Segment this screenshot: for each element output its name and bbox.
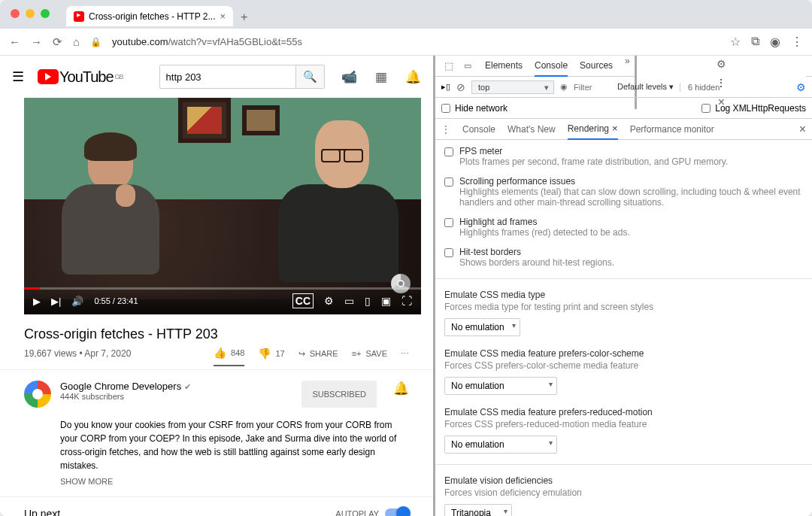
youtube-logo[interactable]: YouTubeGB: [38, 68, 123, 86]
autoplay-toggle[interactable]: [385, 508, 409, 516]
clear-console-icon[interactable]: ⊘: [456, 81, 465, 93]
search-button[interactable]: 🔍: [295, 65, 324, 88]
create-icon[interactable]: 📹: [341, 69, 357, 85]
ad-frames-checkbox[interactable]: [444, 218, 453, 227]
next-icon[interactable]: ▶|: [51, 296, 61, 307]
notifications-icon[interactable]: 🔔: [405, 69, 421, 85]
devtools-settings-icon[interactable]: ⚙: [717, 58, 726, 70]
filter-input[interactable]: [574, 83, 611, 92]
show-more-button[interactable]: SHOW MORE: [0, 472, 433, 497]
video-description: Do you know your cookies from your CSRF …: [0, 418, 433, 472]
url-field[interactable]: youtube.com/watch?v=vfAHa5GBLio&t=55s: [112, 36, 720, 47]
subscriber-count: 444K subscribers: [60, 392, 292, 401]
close-icon[interactable]: ×: [612, 123, 618, 134]
youtube-header: ☰ YouTubeGB 🔍 📹 ▦ 🔔: [0, 56, 433, 98]
devtools-panel: ⬚ ▭ Elements Console Sources » 1 7 ⚙ ⋮ ×…: [433, 56, 812, 516]
tab-title: Cross-origin fetches - HTTP 2...: [89, 11, 216, 22]
scrolling-checkbox[interactable]: [444, 178, 453, 187]
inspect-icon[interactable]: ⬚: [441, 60, 456, 71]
vision-deficiency-select[interactable]: Tritanopia: [444, 504, 512, 516]
more-tabs-icon[interactable]: »: [625, 56, 630, 77]
new-tab-button[interactable]: +: [233, 6, 255, 29]
close-tab-icon[interactable]: ×: [220, 11, 226, 22]
star-icon[interactable]: ☆: [730, 35, 741, 49]
url-bar: ← → ⟳ ⌂ 🔒 youtube.com/watch?v=vfAHa5GBLi…: [0, 29, 812, 56]
reload-button[interactable]: ⟳: [53, 35, 62, 49]
device-toggle-icon[interactable]: ▭: [461, 61, 474, 71]
like-button[interactable]: 👍848: [214, 347, 244, 366]
settings-icon[interactable]: ⚙: [324, 295, 334, 307]
play-icon[interactable]: ▶: [33, 296, 41, 307]
page-content: ☰ YouTubeGB 🔍 📹 ▦ 🔔: [0, 56, 433, 516]
progress-bar[interactable]: [24, 287, 421, 290]
volume-icon[interactable]: 🔊: [71, 296, 83, 307]
log-xhr-checkbox[interactable]: Log XMLHttpRequests: [701, 103, 806, 114]
reduced-motion-select[interactable]: No emulation: [444, 436, 557, 454]
drawer-tab-console[interactable]: Console: [462, 120, 495, 139]
save-button[interactable]: ≡+ SAVE: [352, 349, 387, 358]
apps-icon[interactable]: ▦: [375, 69, 387, 85]
console-sidebar-icon[interactable]: ▸▯: [441, 82, 450, 92]
home-button[interactable]: ⌂: [73, 35, 80, 48]
video-stats: 19,667 views • Apr 7, 2020: [24, 348, 214, 359]
lock-icon[interactable]: 🔒: [90, 37, 102, 47]
search-form: 🔍: [159, 65, 325, 89]
rendering-panel: FPS meterPlots frames per second, frame …: [435, 140, 812, 516]
more-actions-icon[interactable]: ⋯: [401, 349, 409, 359]
hide-network-checkbox[interactable]: Hide network: [441, 103, 508, 114]
verified-icon: ✔: [184, 382, 191, 391]
hit-test-checkbox[interactable]: [444, 248, 453, 257]
minimize-window-icon[interactable]: [26, 9, 35, 18]
drawer-tab-whatsnew[interactable]: What's New: [508, 120, 556, 139]
maximize-window-icon[interactable]: [41, 9, 50, 18]
hidden-count: 6 hidden: [680, 83, 720, 92]
hamburger-icon[interactable]: ☰: [12, 68, 24, 85]
notification-bell-icon[interactable]: 🔔: [393, 381, 409, 408]
drawer-tab-performance[interactable]: Performance monitor: [630, 120, 714, 139]
up-next-label: Up next: [24, 508, 335, 516]
miniplayer-icon[interactable]: ▭: [344, 295, 354, 307]
search-input[interactable]: [160, 65, 295, 88]
time-display: 0:55 / 23:41: [94, 296, 138, 305]
window-titlebar: Cross-origin fetches - HTTP 2... × +: [0, 0, 812, 29]
share-button[interactable]: ↪ SHARE: [298, 349, 338, 359]
live-expression-icon[interactable]: ◉: [560, 82, 568, 92]
menu-icon[interactable]: ⋮: [791, 35, 803, 49]
log-level-selector[interactable]: Default levels ▾: [617, 82, 674, 92]
theater-icon[interactable]: ▯: [365, 295, 371, 307]
back-button[interactable]: ←: [9, 35, 20, 48]
tab-console[interactable]: Console: [535, 56, 568, 77]
window-controls: [0, 6, 59, 18]
video-frame: [24, 98, 421, 314]
dislike-button[interactable]: 👎17: [258, 348, 284, 360]
forward-button[interactable]: →: [31, 35, 42, 48]
video-title: Cross-origin fetches - HTTP 203: [0, 314, 433, 347]
video-controls: ▶ ▶| 🔊 0:55 / 23:41 CC ⚙ ▭ ▯ ▣ ⛶: [24, 287, 421, 314]
drawer-close-icon[interactable]: ×: [799, 123, 806, 136]
context-selector[interactable]: top: [471, 80, 554, 94]
subscribe-button[interactable]: SUBSCRIBED: [301, 381, 377, 408]
channel-avatar[interactable]: [24, 381, 51, 408]
fps-checkbox[interactable]: [444, 147, 453, 156]
color-scheme-select[interactable]: No emulation: [444, 377, 557, 395]
video-player[interactable]: ▶ ▶| 🔊 0:55 / 23:41 CC ⚙ ▭ ▯ ▣ ⛶: [24, 98, 421, 314]
fullscreen-icon[interactable]: ⛶: [401, 295, 412, 307]
tab-elements[interactable]: Elements: [485, 56, 523, 77]
extension-icon[interactable]: ⧉: [751, 35, 759, 49]
drawer-tab-rendering[interactable]: Rendering×: [568, 118, 618, 140]
profile-icon[interactable]: ◉: [770, 35, 780, 49]
media-type-select[interactable]: No emulation: [444, 318, 520, 336]
console-settings-icon[interactable]: ⚙: [796, 81, 806, 93]
channel-name[interactable]: Google Chrome Developers ✔: [60, 381, 292, 392]
youtube-favicon-icon: [74, 11, 84, 22]
browser-tab[interactable]: Cross-origin fetches - HTTP 2... ×: [66, 6, 233, 26]
close-window-icon[interactable]: [11, 9, 20, 18]
tab-sources[interactable]: Sources: [580, 56, 613, 77]
captions-icon[interactable]: CC: [292, 293, 314, 308]
drawer-menu-icon[interactable]: ⋮: [441, 124, 450, 135]
cast-icon[interactable]: ▣: [381, 295, 391, 307]
autoplay-label: AUTOPLAY: [335, 509, 379, 516]
